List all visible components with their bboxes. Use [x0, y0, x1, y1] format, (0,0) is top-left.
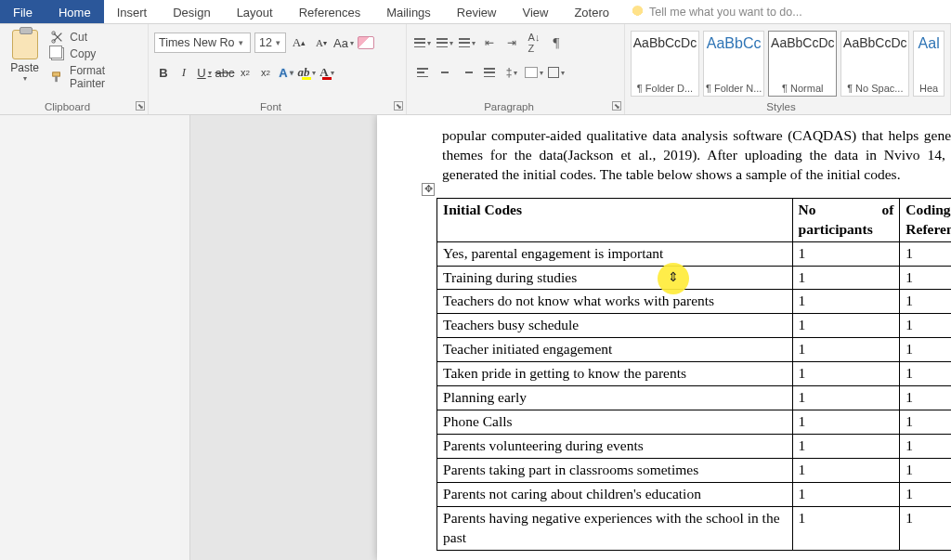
cell-participants[interactable]: 1: [792, 290, 900, 314]
cell-references[interactable]: 1: [900, 458, 951, 482]
cell-code[interactable]: Parents volunteering during events: [437, 434, 792, 458]
cell-code[interactable]: Teachers busy schedule: [437, 314, 792, 338]
table-row[interactable]: Phone Calls11: [437, 410, 951, 435]
cell-participants[interactable]: 1: [792, 362, 900, 386]
tab-home[interactable]: Home: [46, 0, 104, 23]
style-normal[interactable]: AaBbCcDc ¶ Normal: [768, 31, 837, 97]
table-row[interactable]: Taken pride in getting to know the paren…: [437, 362, 951, 386]
table-row[interactable]: Teacher initiated engagement11: [437, 338, 951, 362]
align-center-button[interactable]: [435, 62, 455, 83]
cell-references[interactable]: 1: [900, 314, 951, 338]
cell-participants[interactable]: 1: [792, 506, 900, 550]
tab-file[interactable]: File: [0, 0, 46, 23]
cell-participants[interactable]: 1: [792, 266, 900, 290]
tab-view[interactable]: View: [509, 0, 561, 23]
copy-button[interactable]: Copy: [51, 47, 142, 60]
cell-code[interactable]: Taken pride in getting to know the paren…: [437, 362, 792, 386]
table-move-handle[interactable]: ✥: [422, 183, 435, 196]
cell-participants[interactable]: 1: [792, 386, 900, 410]
table-row[interactable]: Teachers busy schedule11: [437, 314, 951, 338]
borders-button[interactable]: ▾: [546, 62, 567, 83]
style-heading[interactable]: Aal Hea: [913, 31, 944, 97]
cell-participants[interactable]: 1: [792, 314, 900, 338]
cell-code[interactable]: Parents not caring about children's educ…: [437, 482, 792, 506]
shading-button[interactable]: ▾: [524, 62, 544, 83]
numbering-button[interactable]: ▾: [435, 33, 455, 53]
cell-participants[interactable]: 1: [792, 458, 900, 482]
multilevel-list-button[interactable]: ▾: [457, 33, 477, 53]
cell-references[interactable]: 1: [900, 386, 951, 410]
navigation-pane-collapsed[interactable]: [0, 115, 190, 560]
align-left-button[interactable]: [412, 62, 433, 83]
dialog-launcher-font[interactable]: ⬊: [394, 101, 403, 111]
decrease-indent-button[interactable]: ⇤: [479, 33, 500, 53]
clear-formatting-button[interactable]: [357, 33, 375, 53]
paste-button[interactable]: Paste ▾: [6, 28, 44, 95]
justify-button[interactable]: [479, 62, 500, 83]
sort-button[interactable]: A↓Z: [524, 33, 544, 53]
table-row[interactable]: Parents volunteering during events11: [437, 434, 951, 458]
cut-button[interactable]: Cut: [51, 31, 142, 44]
styles-gallery[interactable]: AaBbCcDc ¶ Folder D... AaBbCc ¶ Folder N…: [631, 28, 944, 97]
chevron-down-icon[interactable]: ▾: [23, 74, 27, 83]
cell-code[interactable]: Phone Calls: [437, 410, 792, 435]
table-row[interactable]: Yes, parental engagement is important11: [437, 241, 951, 266]
body-paragraph[interactable]: popular computer-aided qualitative data …: [442, 126, 951, 185]
table-row[interactable]: Planning early11: [437, 386, 951, 410]
cell-references[interactable]: 1: [900, 362, 951, 386]
style-folder-d[interactable]: AaBbCcDc ¶ Folder D...: [631, 31, 699, 97]
change-case-button[interactable]: Aa▾: [334, 33, 353, 53]
subscript-button[interactable]: x2: [236, 62, 254, 83]
italic-button[interactable]: I: [175, 62, 193, 83]
grow-font-button[interactable]: A▴: [290, 33, 308, 53]
cell-participants[interactable]: 1: [792, 241, 900, 266]
cell-references[interactable]: 1: [900, 410, 951, 435]
table-row[interactable]: Training during studies11: [437, 266, 951, 290]
align-right-button[interactable]: [457, 62, 477, 83]
cell-participants[interactable]: 1: [792, 482, 900, 506]
highlight-button[interactable]: ab▾: [297, 62, 316, 83]
table-row[interactable]: Teachers do not know what works with par…: [437, 290, 951, 314]
table-row[interactable]: Parents taking part in classrooms someti…: [437, 458, 951, 482]
cell-code[interactable]: Teacher initiated engagement: [437, 338, 792, 362]
tab-references[interactable]: References: [286, 0, 373, 23]
tab-zotero[interactable]: Zotero: [561, 0, 622, 23]
underline-button[interactable]: U▾: [195, 62, 214, 83]
dialog-launcher-paragraph[interactable]: ⬊: [612, 101, 621, 111]
tab-mailings[interactable]: Mailings: [373, 0, 444, 23]
cell-code[interactable]: Parents having negative experiences with…: [437, 506, 792, 550]
initial-codes-table[interactable]: Initial Codes Noof participants Coding R…: [436, 198, 951, 551]
strikethrough-button[interactable]: abc: [215, 62, 234, 83]
superscript-button[interactable]: x2: [256, 62, 275, 83]
cell-code[interactable]: Yes, parental engagement is important: [437, 241, 792, 266]
bullets-button[interactable]: ▾: [412, 33, 433, 53]
show-hide-marks-button[interactable]: ¶: [546, 33, 567, 53]
cell-references[interactable]: 1: [900, 482, 951, 506]
font-color-button[interactable]: A▾: [318, 62, 336, 83]
cell-participants[interactable]: 1: [792, 434, 900, 458]
tell-me-search[interactable]: Tell me what you want to do...: [622, 0, 802, 23]
cell-code[interactable]: Training during studies: [437, 266, 792, 290]
table-row[interactable]: Parents having negative experiences with…: [437, 506, 951, 550]
cell-references[interactable]: 1: [900, 338, 951, 362]
cell-references[interactable]: 1: [900, 290, 951, 314]
page[interactable]: popular computer-aided qualitative data …: [377, 115, 951, 560]
tab-review[interactable]: Review: [444, 0, 510, 23]
page-scroll[interactable]: popular computer-aided qualitative data …: [190, 115, 951, 560]
line-spacing-button[interactable]: ‡▾: [502, 62, 522, 83]
cell-references[interactable]: 1: [900, 506, 951, 550]
tab-design[interactable]: Design: [160, 0, 223, 23]
cell-participants[interactable]: 1: [792, 338, 900, 362]
font-size-combo[interactable]: 12▾: [254, 33, 286, 53]
format-painter-button[interactable]: Format Painter: [51, 64, 142, 90]
shrink-font-button[interactable]: A▾: [312, 33, 331, 53]
cell-references[interactable]: 1: [900, 241, 951, 266]
cell-code[interactable]: Planning early: [437, 386, 792, 410]
tab-insert[interactable]: Insert: [104, 0, 161, 23]
table-row[interactable]: Parents not caring about children's educ…: [437, 482, 951, 506]
style-no-spacing[interactable]: AaBbCcDc ¶ No Spac...: [840, 31, 909, 97]
cell-participants[interactable]: 1: [792, 410, 900, 435]
cell-references[interactable]: 1: [900, 266, 951, 290]
cell-code[interactable]: Teachers do not know what works with par…: [437, 290, 792, 314]
tab-layout[interactable]: Layout: [224, 0, 286, 23]
